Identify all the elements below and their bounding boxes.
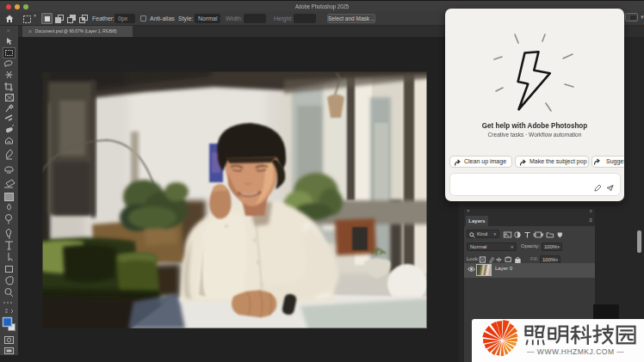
svg-text:»: » (7, 28, 10, 33)
